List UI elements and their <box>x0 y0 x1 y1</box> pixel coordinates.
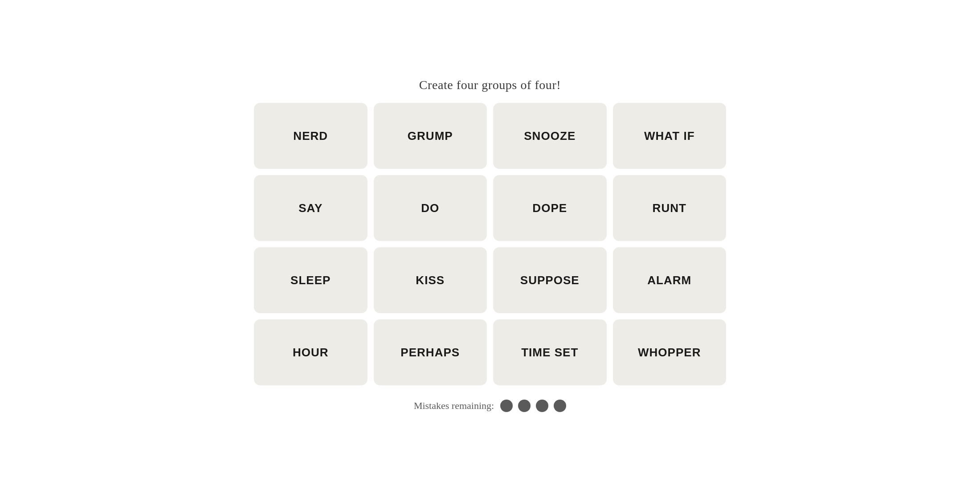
tile-what-if[interactable]: WHAT IF <box>613 103 727 169</box>
mistake-dot-2 <box>518 400 531 412</box>
tile-label-grump: GRUMP <box>408 129 453 143</box>
tile-label-whopper: WHOPPER <box>638 346 701 359</box>
tile-label-dope: DOPE <box>532 201 567 215</box>
tile-say[interactable]: SAY <box>254 175 368 241</box>
mistakes-label: Mistakes remaining: <box>414 400 494 412</box>
tile-label-time-set: TIME SET <box>521 346 578 359</box>
tile-label-say: SAY <box>298 201 323 215</box>
tile-label-alarm: ALARM <box>647 274 691 287</box>
mistake-dot-3 <box>536 400 548 412</box>
tile-suppose[interactable]: SUPPOSE <box>493 247 607 313</box>
tile-do[interactable]: DO <box>374 175 487 241</box>
tile-label-nerd: NERD <box>293 129 328 143</box>
tile-grump[interactable]: GRUMP <box>374 103 487 169</box>
subtitle: Create four groups of four! <box>419 78 561 92</box>
tile-alarm[interactable]: ALARM <box>613 247 727 313</box>
mistake-dot-4 <box>554 400 566 412</box>
tile-snooze[interactable]: SNOOZE <box>493 103 607 169</box>
tile-label-do: DO <box>421 201 439 215</box>
tile-label-sleep: SLEEP <box>290 274 331 287</box>
tile-label-suppose: SUPPOSE <box>520 274 580 287</box>
tile-whopper[interactable]: WHOPPER <box>613 319 727 385</box>
tile-runt[interactable]: RUNT <box>613 175 727 241</box>
tile-nerd[interactable]: NERD <box>254 103 368 169</box>
tile-label-perhaps: PERHAPS <box>400 346 460 359</box>
mistakes-row: Mistakes remaining: <box>414 400 566 412</box>
mistakes-dots <box>500 400 566 412</box>
tile-label-hour: HOUR <box>293 346 329 359</box>
tile-perhaps[interactable]: PERHAPS <box>374 319 487 385</box>
tile-kiss[interactable]: KISS <box>374 247 487 313</box>
tile-dope[interactable]: DOPE <box>493 175 607 241</box>
tile-grid: NERDGRUMPSNOOZEWHAT IFSAYDODOPERUNTSLEEP… <box>254 103 726 385</box>
tile-hour[interactable]: HOUR <box>254 319 368 385</box>
tile-time-set[interactable]: TIME SET <box>493 319 607 385</box>
game-container: Create four groups of four! NERDGRUMPSNO… <box>254 78 726 412</box>
tile-label-runt: RUNT <box>653 201 686 215</box>
tile-sleep[interactable]: SLEEP <box>254 247 368 313</box>
tile-label-snooze: SNOOZE <box>524 129 576 143</box>
tile-label-kiss: KISS <box>416 274 445 287</box>
mistake-dot-1 <box>500 400 513 412</box>
tile-label-what-if: WHAT IF <box>644 129 695 143</box>
